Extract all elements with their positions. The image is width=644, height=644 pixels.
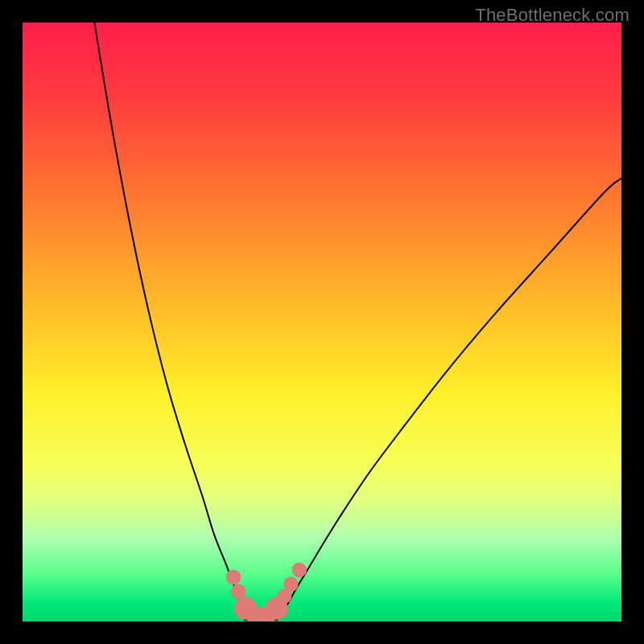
valley-cap-left (234, 597, 257, 619)
right-marker-3 (291, 563, 307, 578)
right-marker-2 (283, 577, 299, 592)
gradient-background (23, 23, 621, 621)
bottleneck-chart (23, 23, 621, 621)
valley-cap-right (265, 597, 287, 619)
plot-area (23, 23, 621, 621)
left-marker-upper (226, 570, 242, 585)
chart-frame: TheBottleneck.com (0, 0, 644, 644)
left-marker-lower (231, 584, 246, 600)
